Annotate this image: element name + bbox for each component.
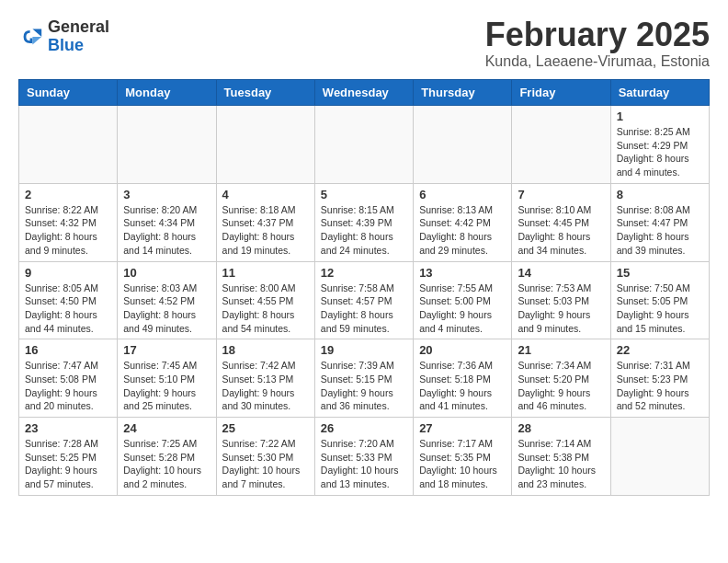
calendar-cell (512, 106, 610, 184)
calendar-cell: 13Sunrise: 7:55 AM Sunset: 5:00 PM Dayli… (414, 261, 512, 339)
calendar-cell: 5Sunrise: 8:15 AM Sunset: 4:39 PM Daylig… (314, 183, 413, 261)
day-info: Sunrise: 7:14 AM Sunset: 5:38 PM Dayligh… (518, 437, 604, 491)
calendar-cell: 1Sunrise: 8:25 AM Sunset: 4:29 PM Daylig… (610, 106, 709, 184)
calendar-cell: 24Sunrise: 7:25 AM Sunset: 5:28 PM Dayli… (118, 418, 216, 496)
day-info: Sunrise: 8:22 AM Sunset: 4:32 PM Dayligh… (25, 203, 111, 258)
day-number: 17 (123, 343, 210, 357)
calendar-cell: 12Sunrise: 7:58 AM Sunset: 4:57 PM Dayli… (314, 261, 413, 339)
day-info: Sunrise: 7:25 AM Sunset: 5:28 PM Dayligh… (123, 437, 210, 491)
day-number: 11 (222, 266, 309, 280)
day-number: 28 (518, 421, 604, 435)
day-number: 16 (25, 343, 111, 357)
day-number: 8 (617, 188, 703, 201)
day-number: 2 (25, 188, 111, 201)
calendar-cell: 8Sunrise: 8:08 AM Sunset: 4:47 PM Daylig… (610, 183, 709, 261)
calendar-week-row: 1Sunrise: 8:25 AM Sunset: 4:29 PM Daylig… (19, 106, 710, 184)
calendar-cell: 9Sunrise: 8:05 AM Sunset: 4:50 PM Daylig… (19, 261, 118, 339)
calendar-cell (610, 418, 709, 496)
day-info: Sunrise: 8:25 AM Sunset: 4:29 PM Dayligh… (617, 125, 703, 179)
day-number: 25 (222, 421, 309, 435)
logo: General Blue (18, 18, 109, 55)
day-info: Sunrise: 8:15 AM Sunset: 4:39 PM Dayligh… (321, 203, 407, 258)
day-info: Sunrise: 7:17 AM Sunset: 5:35 PM Dayligh… (419, 437, 506, 491)
day-info: Sunrise: 7:20 AM Sunset: 5:33 PM Dayligh… (321, 437, 407, 491)
day-number: 14 (518, 266, 604, 280)
day-info: Sunrise: 8:05 AM Sunset: 4:50 PM Dayligh… (25, 282, 111, 336)
calendar-cell: 23Sunrise: 7:28 AM Sunset: 5:25 PM Dayli… (19, 418, 118, 496)
calendar-cell: 14Sunrise: 7:53 AM Sunset: 5:03 PM Dayli… (512, 261, 610, 339)
day-number: 18 (222, 343, 309, 357)
day-info: Sunrise: 7:36 AM Sunset: 5:18 PM Dayligh… (419, 359, 506, 413)
page-header: General Blue February 2025 Kunda, Laeaen… (18, 18, 710, 70)
calendar-cell: 15Sunrise: 7:50 AM Sunset: 5:05 PM Dayli… (610, 261, 709, 339)
day-info: Sunrise: 7:34 AM Sunset: 5:20 PM Dayligh… (518, 359, 604, 413)
weekday-header-tuesday: Tuesday (216, 80, 314, 106)
day-info: Sunrise: 8:13 AM Sunset: 4:42 PM Dayligh… (419, 203, 506, 258)
weekday-header-row: SundayMondayTuesdayWednesdayThursdayFrid… (19, 80, 710, 106)
calendar-cell: 27Sunrise: 7:17 AM Sunset: 5:35 PM Dayli… (414, 418, 512, 496)
day-number: 4 (222, 188, 309, 201)
location-subtitle: Kunda, Laeaene-Virumaa, Estonia (485, 53, 710, 70)
day-number: 27 (419, 421, 506, 435)
day-info: Sunrise: 7:31 AM Sunset: 5:23 PM Dayligh… (617, 359, 703, 413)
day-info: Sunrise: 8:08 AM Sunset: 4:47 PM Dayligh… (617, 203, 703, 258)
day-info: Sunrise: 7:28 AM Sunset: 5:25 PM Dayligh… (25, 437, 111, 491)
day-info: Sunrise: 8:10 AM Sunset: 4:45 PM Dayligh… (518, 203, 604, 258)
logo-blue-text: Blue (48, 36, 84, 54)
day-number: 22 (617, 343, 703, 357)
weekday-header-monday: Monday (118, 80, 216, 106)
day-info: Sunrise: 7:22 AM Sunset: 5:30 PM Dayligh… (222, 437, 309, 491)
day-number: 7 (518, 188, 604, 201)
day-info: Sunrise: 8:03 AM Sunset: 4:52 PM Dayligh… (123, 282, 210, 336)
day-info: Sunrise: 7:53 AM Sunset: 5:03 PM Dayligh… (518, 282, 604, 336)
day-info: Sunrise: 7:47 AM Sunset: 5:08 PM Dayligh… (25, 359, 111, 413)
calendar-cell: 4Sunrise: 8:18 AM Sunset: 4:37 PM Daylig… (216, 183, 314, 261)
day-number: 1 (617, 109, 703, 123)
calendar-cell: 22Sunrise: 7:31 AM Sunset: 5:23 PM Dayli… (610, 339, 709, 418)
calendar-cell: 10Sunrise: 8:03 AM Sunset: 4:52 PM Dayli… (118, 261, 216, 339)
calendar-cell: 17Sunrise: 7:45 AM Sunset: 5:10 PM Dayli… (118, 339, 216, 418)
day-number: 26 (321, 421, 407, 435)
day-info: Sunrise: 7:50 AM Sunset: 5:05 PM Dayligh… (617, 282, 703, 336)
calendar-cell (216, 106, 314, 184)
day-number: 6 (419, 188, 506, 201)
day-number: 9 (25, 266, 111, 280)
day-number: 21 (518, 343, 604, 357)
day-info: Sunrise: 7:42 AM Sunset: 5:13 PM Dayligh… (222, 359, 309, 413)
day-number: 20 (419, 343, 506, 357)
day-number: 5 (321, 188, 407, 201)
month-year-title: February 2025 (485, 18, 710, 52)
calendar-week-row: 23Sunrise: 7:28 AM Sunset: 5:25 PM Dayli… (19, 418, 710, 496)
weekday-header-friday: Friday (512, 80, 610, 106)
day-info: Sunrise: 7:58 AM Sunset: 4:57 PM Dayligh… (321, 282, 407, 336)
calendar-cell: 16Sunrise: 7:47 AM Sunset: 5:08 PM Dayli… (19, 339, 118, 418)
calendar-cell: 11Sunrise: 8:00 AM Sunset: 4:55 PM Dayli… (216, 261, 314, 339)
logo-text: General Blue (48, 18, 109, 55)
day-number: 13 (419, 266, 506, 280)
calendar-cell: 20Sunrise: 7:36 AM Sunset: 5:18 PM Dayli… (414, 339, 512, 418)
day-info: Sunrise: 7:55 AM Sunset: 5:00 PM Dayligh… (419, 282, 506, 336)
logo-icon (18, 24, 44, 50)
day-info: Sunrise: 7:45 AM Sunset: 5:10 PM Dayligh… (123, 359, 210, 413)
calendar-cell (314, 106, 413, 184)
calendar-cell: 18Sunrise: 7:42 AM Sunset: 5:13 PM Dayli… (216, 339, 314, 418)
calendar-cell: 25Sunrise: 7:22 AM Sunset: 5:30 PM Dayli… (216, 418, 314, 496)
day-info: Sunrise: 8:18 AM Sunset: 4:37 PM Dayligh… (222, 203, 309, 258)
calendar-week-row: 2Sunrise: 8:22 AM Sunset: 4:32 PM Daylig… (19, 183, 710, 261)
calendar-week-row: 9Sunrise: 8:05 AM Sunset: 4:50 PM Daylig… (19, 261, 710, 339)
day-number: 24 (123, 421, 210, 435)
calendar-cell: 7Sunrise: 8:10 AM Sunset: 4:45 PM Daylig… (512, 183, 610, 261)
title-section: February 2025 Kunda, Laeaene-Virumaa, Es… (485, 18, 710, 70)
weekday-header-wednesday: Wednesday (314, 80, 413, 106)
day-info: Sunrise: 8:00 AM Sunset: 4:55 PM Dayligh… (222, 282, 309, 336)
calendar-cell: 28Sunrise: 7:14 AM Sunset: 5:38 PM Dayli… (512, 418, 610, 496)
calendar-cell (19, 106, 118, 184)
day-number: 15 (617, 266, 703, 280)
logo-general-text: General (48, 17, 109, 36)
weekday-header-saturday: Saturday (610, 80, 709, 106)
calendar-cell: 3Sunrise: 8:20 AM Sunset: 4:34 PM Daylig… (118, 183, 216, 261)
calendar-cell (118, 106, 216, 184)
calendar-cell: 6Sunrise: 8:13 AM Sunset: 4:42 PM Daylig… (414, 183, 512, 261)
calendar-table: SundayMondayTuesdayWednesdayThursdayFrid… (18, 79, 710, 496)
day-number: 23 (25, 421, 111, 435)
